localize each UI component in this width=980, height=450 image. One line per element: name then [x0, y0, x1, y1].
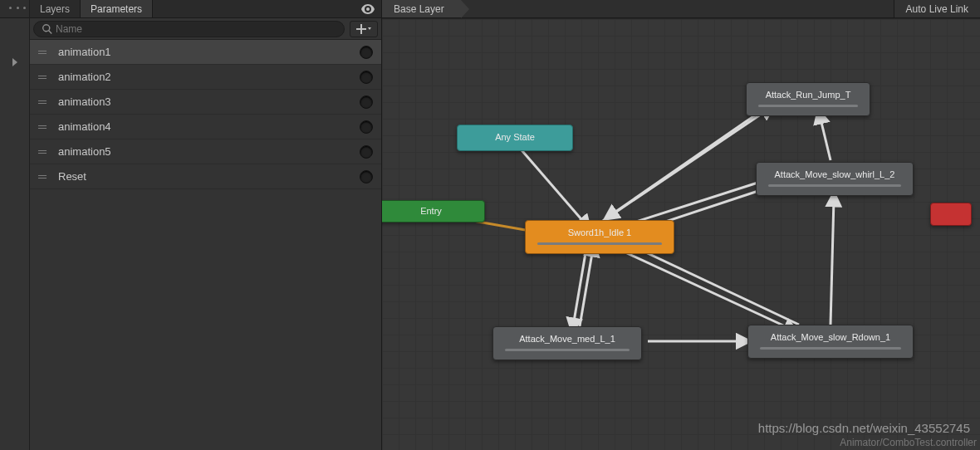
add-parameter-button[interactable]	[350, 21, 378, 37]
state-label: Sword1h_Idle 1	[568, 227, 631, 237]
param-name: Reset	[58, 170, 360, 183]
state-default[interactable]: Sword1h_Idle 1	[525, 220, 674, 254]
panel-tabs: Layers Parameters	[30, 0, 381, 18]
param-name: animation2	[58, 71, 360, 83]
svg-line-9	[623, 242, 799, 325]
state-label: Attack_Move_med_L_1	[519, 334, 615, 344]
tab-parameters[interactable]: Parameters	[81, 0, 153, 17]
param-item-animation5[interactable]: animation5	[30, 139, 381, 164]
param-trigger-toggle[interactable]	[360, 71, 373, 84]
param-item-animation2[interactable]: animation2	[30, 65, 381, 90]
drag-handle-icon[interactable]	[38, 125, 51, 129]
search-icon	[42, 24, 52, 34]
param-item-animation1[interactable]: animation1	[30, 40, 381, 65]
drag-handle-icon[interactable]	[38, 100, 51, 104]
search-input[interactable]	[56, 23, 336, 35]
param-name: animation5	[58, 145, 360, 158]
param-name: animation1	[58, 46, 360, 58]
gutter-handle[interactable]	[0, 0, 29, 18]
state-attack-runjump[interactable]: Attack_Run_Jump_T	[746, 82, 870, 116]
state-attack-rdown[interactable]: Attack_Move_slow_Rdown_1	[747, 325, 914, 359]
transitions-svg	[382, 19, 980, 450]
asset-path-label: Animator/ComboTest.controller	[840, 437, 977, 448]
state-label: Entry	[420, 206, 442, 216]
state-label: Attack_Move_slow_Rdown_1	[771, 332, 890, 342]
svg-line-2	[598, 109, 769, 224]
drag-handle-icon[interactable]	[38, 175, 51, 179]
state-attack-med[interactable]: Attack_Move_med_L_1	[492, 326, 642, 360]
param-item-Reset[interactable]: Reset	[30, 164, 381, 189]
state-entry[interactable]: Entry	[382, 200, 485, 223]
state-any[interactable]: Any State	[457, 125, 573, 151]
svg-line-12	[820, 115, 831, 160]
drag-handle-icon[interactable]	[38, 51, 51, 54]
drag-handle-icon[interactable]	[38, 150, 51, 154]
svg-line-1	[517, 145, 586, 225]
parameters-panel: Layers Parameters animation1animation2an…	[30, 0, 382, 450]
breadcrumb-layer[interactable]: Base Layer	[382, 0, 461, 17]
breadcrumb-bar: Base Layer Auto Live Link	[382, 0, 980, 18]
param-trigger-toggle[interactable]	[360, 170, 373, 183]
svg-line-6	[573, 248, 586, 326]
search-input-wrap[interactable]	[33, 21, 345, 37]
state-label: Any State	[495, 132, 535, 142]
tab-layers[interactable]: Layers	[30, 0, 81, 17]
state-exit[interactable]	[930, 203, 972, 226]
plus-dropdown-icon	[356, 24, 371, 34]
svg-line-3	[610, 102, 774, 216]
inspector-gutter	[0, 0, 30, 450]
svg-line-7	[580, 248, 593, 326]
param-item-animation4[interactable]: animation4	[30, 115, 381, 139]
param-trigger-toggle[interactable]	[360, 120, 373, 134]
state-graph[interactable]: Any State Entry Sword1h_Idle 1 Attack_Ru…	[382, 18, 980, 450]
param-trigger-toggle[interactable]	[360, 46, 373, 59]
state-label: Attack_Run_Jump_T	[766, 90, 851, 100]
chevron-right-icon[interactable]	[11, 58, 19, 66]
visibility-icon[interactable]	[355, 0, 381, 17]
svg-line-11	[831, 198, 834, 325]
state-attack-whirl[interactable]: Attack_Move_slow_whirl_L_2	[756, 162, 914, 196]
drag-handle-icon[interactable]	[38, 76, 51, 79]
param-trigger-toggle[interactable]	[360, 95, 373, 109]
param-name: animation3	[58, 95, 360, 108]
svg-line-8	[615, 247, 792, 330]
watermark-text: https://blog.csdn.net/weixin_43552745	[758, 421, 970, 435]
param-trigger-toggle[interactable]	[360, 145, 373, 159]
graph-panel: Base Layer Auto Live Link	[382, 0, 980, 450]
state-label: Attack_Move_slow_whirl_L_2	[775, 169, 895, 179]
param-name: animation4	[58, 120, 360, 133]
param-item-animation3[interactable]: animation3	[30, 90, 381, 115]
parameter-list: animation1animation2animation3animation4…	[30, 40, 381, 450]
auto-live-link-button[interactable]: Auto Live Link	[894, 0, 980, 17]
search-row	[30, 18, 381, 40]
